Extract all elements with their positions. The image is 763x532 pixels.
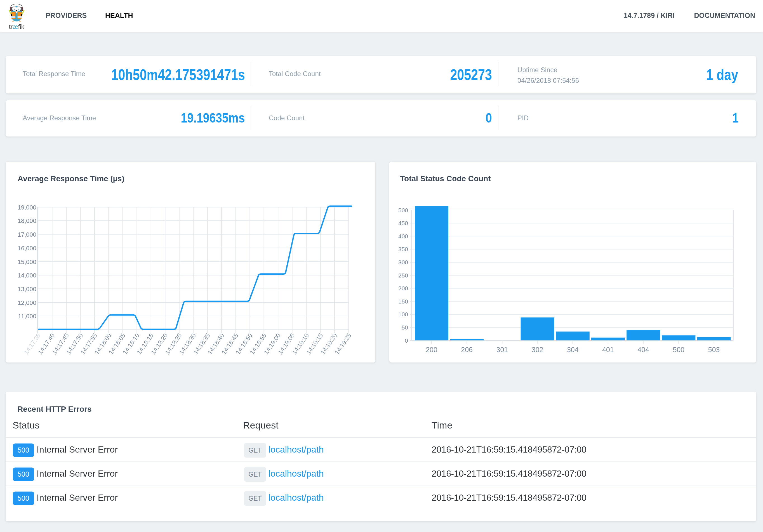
svg-text:15,000: 15,000 — [18, 259, 36, 266]
svg-text:503: 503 — [708, 346, 720, 354]
svg-text:200: 200 — [426, 346, 437, 354]
svg-text:17,000: 17,000 — [18, 231, 36, 238]
svg-text:200: 200 — [398, 285, 408, 291]
svg-text:19,000: 19,000 — [18, 204, 36, 211]
svg-text:150: 150 — [398, 298, 408, 305]
svg-text:0: 0 — [405, 337, 408, 344]
svg-text:206: 206 — [461, 346, 473, 354]
svg-text:350: 350 — [398, 246, 408, 252]
svg-text:16,000: 16,000 — [18, 245, 36, 252]
svg-text:404: 404 — [637, 346, 649, 354]
svg-text:400: 400 — [398, 233, 408, 240]
svg-text:401: 401 — [602, 346, 614, 354]
svg-text:302: 302 — [532, 346, 543, 354]
svg-text:50: 50 — [402, 324, 408, 331]
svg-text:14,000: 14,000 — [18, 272, 36, 279]
svg-text:11,000: 11,000 — [18, 313, 36, 320]
svg-text:træfik: træfik — [9, 23, 25, 30]
svg-text:450: 450 — [398, 220, 408, 226]
svg-text:12,000: 12,000 — [18, 299, 36, 306]
svg-text:250: 250 — [398, 272, 408, 278]
svg-text:500: 500 — [673, 346, 685, 354]
svg-text:18,000: 18,000 — [18, 217, 36, 224]
svg-text:13,000: 13,000 — [18, 285, 36, 292]
svg-text:500: 500 — [398, 207, 408, 213]
svg-text:300: 300 — [398, 259, 408, 266]
svg-text:100: 100 — [398, 311, 408, 317]
svg-text:304: 304 — [567, 346, 579, 354]
svg-text:301: 301 — [496, 346, 508, 354]
